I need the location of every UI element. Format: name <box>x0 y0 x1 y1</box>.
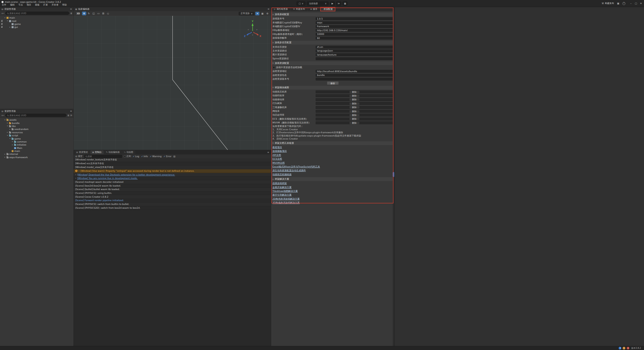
tree-expander-icon[interactable] <box>4 119 6 121</box>
inspector-row[interactable]: ∨ 动画移动库 删除 动画移动库 <box>271 98 394 102</box>
inspector-row[interactable]: ∨ 动画状态机编辑器 动画状态机编辑器 <box>271 173 394 177</box>
add-node-button[interactable]: +▾ <box>1 12 4 15</box>
row-input[interactable]: language/json <box>316 50 393 52</box>
row-input[interactable] <box>316 57 393 60</box>
scene-menu-icon[interactable]: ≡ <box>267 8 269 10</box>
inspector-row[interactable]: ∨ 框架解决方案 框架解决方案 <box>271 177 394 181</box>
lock-icon[interactable] <box>1 24 3 25</box>
scene-tool-button[interactable] <box>87 12 91 15</box>
menu-item[interactable]: 节点 <box>18 3 23 7</box>
console-tab[interactable]: 动画图 <box>122 150 135 154</box>
inspector-row[interactable]: ∨ 本地数据CryptoES加密IV framework 本地数据CryptoE… <box>271 25 394 28</box>
hierarchy-node[interactable]: gui <box>0 26 73 29</box>
inspector-row[interactable]: ∨ ECS文档 ECS文档 <box>271 157 394 161</box>
inspector-row[interactable]: ∨ 游戏资源配置 游戏资源配置 <box>271 61 394 65</box>
inspector-row[interactable]: ∨ ECS（删除后模板项目无法使用） 删除 ECS（删除后模板项目无法使用） <box>271 117 394 121</box>
menu-item[interactable]: 项目 <box>27 3 31 7</box>
console-clear-button[interactable]: ⊘清空 <box>75 155 83 158</box>
delete-button[interactable]: 删除 <box>349 98 359 101</box>
console-log-row[interactable]: ! [Scene] [PHYSICS]: using builtin. <box>74 191 271 195</box>
console-tab[interactable]: 控制台 <box>90 150 104 154</box>
row-input[interactable]: http://localhost:8083/assets/bundle <box>316 70 393 73</box>
console-log-row[interactable]: ! [Scene] Cocos Creator v3.8.2 <box>74 195 271 199</box>
log-filter-checkbox[interactable]: ✓ Error <box>164 155 171 158</box>
asset-node[interactable]: libs <box>0 125 73 128</box>
section-chevron-icon[interactable]: ∨ <box>272 14 274 16</box>
inspector-row[interactable]: ∨ 原生包热更新配置自动生成插件 原生包热更新配置自动生成插件 <box>271 169 394 172</box>
inspector-row[interactable]: ∨ 远程资源地址 http://localhost:8083/assets/bu… <box>271 69 394 73</box>
menu-item[interactable]: 开发者 <box>52 3 58 7</box>
inspector-row[interactable]: ∨ 图片资源路径 language/texture 图片资源路径 <box>271 53 394 57</box>
build-publish-button[interactable]: ⚒构建发布 <box>602 2 614 5</box>
inspector-row[interactable]: ∨ 本地数据CryptoES加密Key oops 本地数据CryptoES加密K… <box>271 21 394 24</box>
inspector-row[interactable]: ∨ 2D角色扮演游戏解决方案 2D角色扮演游戏解决方案 <box>271 197 394 201</box>
scene-tool-button[interactable] <box>106 12 110 15</box>
play-button[interactable]: ▶ <box>330 2 335 6</box>
console-log-row[interactable]: ! › [Window] You are running Vue in deve… <box>74 177 271 180</box>
scene-grid-toggle[interactable]: ▦ <box>260 12 264 15</box>
menu-item[interactable]: 扩展 <box>43 3 48 7</box>
tree-expander-icon[interactable] <box>4 153 6 155</box>
menu-item[interactable]: 面板 <box>35 3 39 7</box>
inspector-row[interactable]: ∨ 游戏每秒帧率 60 游戏每秒帧率 <box>271 36 394 40</box>
inspector-row[interactable]: ∨ 3D角色扮演游戏解决方案 3D角色扮演游戏解决方案 <box>271 201 394 205</box>
delete-button[interactable]: 删除 <box>349 91 359 93</box>
inspector-row[interactable]: ∨ 4、启动Cocos Creator 4、启动Cocos Creator <box>271 137 394 141</box>
tree-expander-icon[interactable] <box>4 156 6 158</box>
inspector-row[interactable]: ∨ 新手引导解决方案 新手引导解决方案 <box>271 193 394 197</box>
delete-button[interactable]: 删除 <box>349 114 359 116</box>
mode-3d-button[interactable]: 3D <box>75 12 81 15</box>
delete-button[interactable]: 删除 <box>349 122 359 124</box>
inspector-row[interactable]: ∨ 行为树库 删除 行为树库 <box>271 102 394 105</box>
log-filter-checkbox[interactable]: ✓ Log <box>133 155 139 158</box>
row-input[interactable]: language/texture <box>316 53 393 56</box>
scene-light-toggle[interactable]: ☀ <box>255 12 259 15</box>
console-log-row[interactable]: ! [Scene] [bullet]:bullet wasm lib loade… <box>74 188 271 192</box>
tree-expander-icon[interactable] <box>4 17 6 19</box>
section-chevron-icon[interactable]: ∨ <box>272 42 274 44</box>
console-search-input[interactable] <box>88 155 121 158</box>
scrollbar-thumb[interactable] <box>393 172 394 177</box>
remote-load-checkbox[interactable] <box>273 66 275 69</box>
inspector-row[interactable]: ∨ 远程资源包名 bundle 远程资源包名 <box>271 73 394 77</box>
log-filter-checkbox[interactable]: ✓ Info <box>141 155 148 158</box>
hierarchy-menu-icon[interactable]: ≡ <box>70 8 72 10</box>
tree-expander-icon[interactable] <box>7 135 8 137</box>
menu-item[interactable]: 帮助 <box>62 3 67 7</box>
delete-button[interactable]: 删除 <box>349 102 359 105</box>
refresh-icon[interactable]: ⟳ <box>70 114 72 117</box>
row-input[interactable] <box>316 78 393 80</box>
render-mode-dropdown[interactable]: 正常渲染∨ <box>239 12 254 15</box>
menu-item[interactable]: 编辑 <box>10 3 15 7</box>
inspector-row[interactable]: ∨ 游戏模板项目 游戏模板项目 <box>271 149 394 153</box>
assets-search-input[interactable] <box>10 114 65 117</box>
maximize-button[interactable]: ▢ <box>633 0 638 7</box>
console-search[interactable] <box>84 155 122 158</box>
scene-tool-button[interactable] <box>92 12 96 15</box>
inspector-row[interactable]: ∨ 游戏基础配置 游戏基础配置 <box>271 13 394 16</box>
row-input[interactable]: framework <box>316 25 393 28</box>
row-input[interactable]: 60 <box>316 37 393 39</box>
menu-item[interactable]: 文件 <box>2 3 6 7</box>
console-tab[interactable]: 动画编辑器 <box>104 150 122 154</box>
section-chevron-icon[interactable]: ∨ <box>272 62 274 64</box>
asset-node[interactable]: main <box>0 150 73 153</box>
console-tab[interactable]: 资源预览 <box>74 150 90 154</box>
inspector-row[interactable]: ∨ 动画特效库 删除 动画特效库 <box>271 94 394 98</box>
inspector-row[interactable]: ∨ 框架模块裁剪 框架模块裁剪 <box>271 86 394 90</box>
asset-node[interactable]: common <box>0 140 73 143</box>
tree-expander-icon[interactable] <box>9 128 11 130</box>
tree-expander-icon[interactable] <box>9 26 11 28</box>
asset-node[interactable]: bundle <box>0 121 73 124</box>
row-input[interactable]: bundle <box>316 74 393 77</box>
row-input[interactable]: 10000 <box>316 33 393 36</box>
inspector-row[interactable]: ∨ 1、关闭Cocos Creator 1、关闭Cocos Creator <box>271 128 394 131</box>
orientation-gizmo[interactable]: Y X Z <box>241 19 264 42</box>
current-scene-dropdown[interactable]: 当前场景∨ <box>307 2 329 6</box>
tree-expander-icon[interactable] <box>9 138 11 140</box>
inspector-row[interactable]: ∨ 3、执行项目根目录中的update-oops-plugin-framewor… <box>271 134 394 138</box>
inspector-row[interactable]: ∨ Http服务器地址 http://192.168.0.150/main/ H… <box>271 28 394 32</box>
hierarchy-filter-icon[interactable]: ≣ <box>70 12 72 15</box>
inspector-row[interactable]: ∨ MVVM（删除后模板项目无法使用） 删除 MVVM（删除后模板项目无法使用） <box>271 121 394 125</box>
help-icon[interactable]: ? <box>622 2 625 5</box>
